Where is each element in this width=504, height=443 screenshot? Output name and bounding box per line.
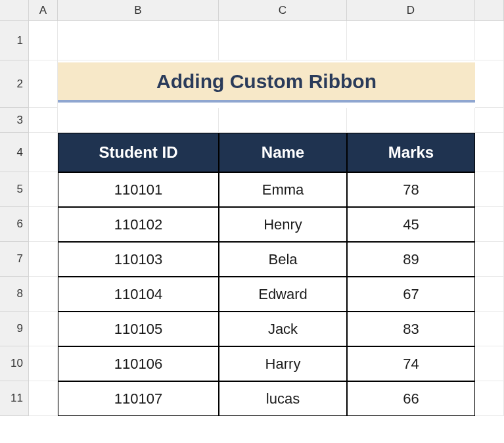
cell[interactable] [219,108,347,133]
row-header-9[interactable]: 9 [0,312,29,346]
col-header-c[interactable]: C [219,0,347,21]
cell-student-id[interactable]: 110105 [58,312,219,346]
cell-student-id[interactable]: 110106 [58,346,219,381]
table-header-student-id[interactable]: Student ID [58,133,219,172]
cell[interactable] [29,172,58,207]
cell[interactable] [347,21,475,60]
cell[interactable] [29,381,58,416]
cell-marks[interactable]: 74 [347,346,475,381]
cell[interactable] [347,108,475,133]
cell[interactable] [29,312,58,346]
cell-marks[interactable]: 45 [347,207,475,242]
col-header-a[interactable]: A [29,0,58,21]
table-header-marks[interactable]: Marks [347,133,475,172]
page-title[interactable]: Adding Custom Ribbon [58,62,475,103]
cell[interactable] [475,346,504,381]
cell[interactable] [475,60,504,108]
row-header-2[interactable]: 2 [0,60,29,108]
table-header-name[interactable]: Name [219,133,347,172]
col-header-d[interactable]: D [347,0,475,21]
cell-marks[interactable]: 89 [347,242,475,277]
cell[interactable] [29,133,58,172]
cell-name[interactable]: Jack [219,312,347,346]
cell[interactable] [29,60,58,108]
col-header-blank[interactable] [475,0,504,21]
cell-name[interactable]: Harry [219,346,347,381]
cell-student-id[interactable]: 110103 [58,242,219,277]
row-header-10[interactable]: 10 [0,346,29,381]
row-header-11[interactable]: 11 [0,381,29,416]
spreadsheet-grid: A B C D 1 2 3 4 5 6 7 8 9 10 11 Adding C… [0,0,504,416]
cell-student-id[interactable]: 110101 [58,172,219,207]
cell-name[interactable]: lucas [219,381,347,416]
cell[interactable] [29,242,58,277]
row-header-5[interactable]: 5 [0,172,29,207]
cell[interactable] [29,207,58,242]
cell[interactable] [475,312,504,346]
select-all-corner[interactable] [0,0,29,21]
row-header-7[interactable]: 7 [0,242,29,277]
cell[interactable] [475,172,504,207]
cell[interactable] [58,108,219,133]
cell[interactable] [29,277,58,312]
cell-name[interactable]: Henry [219,207,347,242]
cell-marks[interactable]: 67 [347,277,475,312]
cell[interactable] [475,277,504,312]
cell-student-id[interactable]: 110107 [58,381,219,416]
cell-name[interactable]: Bela [219,242,347,277]
row-header-4[interactable]: 4 [0,133,29,172]
row-header-3[interactable]: 3 [0,108,29,133]
cell-name[interactable]: Edward [219,277,347,312]
cell[interactable] [475,21,504,60]
row-header-8[interactable]: 8 [0,277,29,312]
cell[interactable] [29,21,58,60]
cell[interactable] [475,133,504,172]
col-header-b[interactable]: B [58,0,219,21]
cell[interactable] [475,381,504,416]
cell-student-id[interactable]: 110104 [58,277,219,312]
row-header-6[interactable]: 6 [0,207,29,242]
cell[interactable] [475,108,504,133]
cell[interactable] [29,108,58,133]
cell[interactable] [475,242,504,277]
cell[interactable] [29,346,58,381]
cell-student-id[interactable]: 110102 [58,207,219,242]
cell[interactable] [475,207,504,242]
cell[interactable] [58,21,219,60]
cell-marks[interactable]: 66 [347,381,475,416]
cell[interactable] [219,21,347,60]
cell-marks[interactable]: 83 [347,312,475,346]
cell-marks[interactable]: 78 [347,172,475,207]
cell-name[interactable]: Emma [219,172,347,207]
row-header-1[interactable]: 1 [0,21,29,60]
